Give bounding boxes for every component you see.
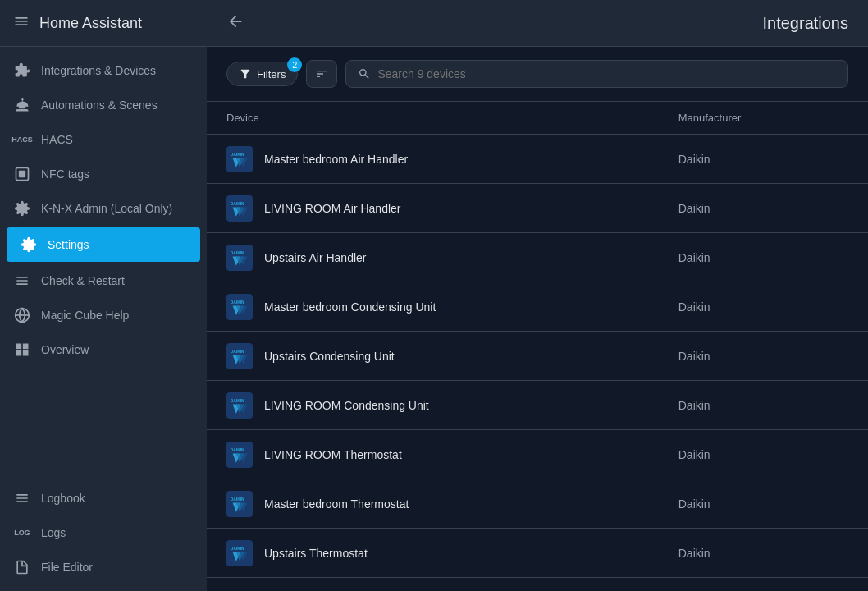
filter-badge: 2 bbox=[287, 57, 302, 72]
device-cell: DAIKIN LIVING ROOM Air Handler bbox=[207, 184, 659, 233]
table-row[interactable]: DAIKIN Master bedroom Air Handler Daikin bbox=[207, 135, 868, 184]
device-icon: DAIKIN bbox=[226, 392, 253, 419]
sidebar-item-check-restart[interactable]: Check & Restart bbox=[0, 263, 207, 298]
device-name: Upstairs Condensing Unit bbox=[264, 350, 395, 363]
app-title: Home Assistant bbox=[39, 15, 142, 32]
main-content: Integrations Filters 2 Device Manufactur… bbox=[207, 0, 868, 591]
sidebar-item-overview[interactable]: Overview bbox=[0, 332, 207, 367]
sidebar-item-label: Logs bbox=[41, 526, 66, 539]
search-input[interactable] bbox=[377, 67, 836, 80]
sidebar-item-label: Automations & Scenes bbox=[41, 98, 158, 112]
table-row[interactable]: DAIKIN LIVING ROOM Air Handler Daikin bbox=[207, 184, 868, 233]
filter-button[interactable]: Filters 2 bbox=[226, 62, 298, 86]
device-icon: DAIKIN bbox=[226, 294, 253, 320]
table-row[interactable]: DAIKIN Upstairs Condensing Unit Daikin bbox=[207, 332, 868, 381]
device-cell: DAIKIN Upstairs Air Handler bbox=[207, 233, 659, 282]
sidebar-item-label: Logbook bbox=[41, 492, 85, 505]
sidebar-item-magic-cube[interactable]: Magic Cube Help bbox=[0, 298, 207, 332]
device-cell: DAIKIN Upstairs Thermostat bbox=[207, 529, 659, 578]
sidebar-item-logs[interactable]: LOG Logs bbox=[0, 515, 207, 550]
sidebar-item-label: File Editor bbox=[41, 561, 93, 574]
manufacturer-cell: Daikin bbox=[659, 135, 868, 184]
table-row[interactable]: DAIKIN Master bedroom Thermostat Daikin bbox=[207, 479, 868, 529]
sidebar-item-hacs[interactable]: HACS HACS bbox=[0, 122, 207, 157]
devices-table-container: Device Manufacturer DAIKIN Master bedroo… bbox=[207, 102, 868, 591]
sidebar-item-file-editor[interactable]: File Editor bbox=[0, 550, 207, 584]
sidebar-header: Home Assistant bbox=[0, 0, 207, 47]
sidebar-item-nfc[interactable]: NFC tags bbox=[0, 157, 207, 191]
device-icon: DAIKIN bbox=[226, 245, 253, 271]
svg-rect-9 bbox=[23, 350, 29, 356]
svg-text:DAIKIN: DAIKIN bbox=[231, 250, 244, 254]
device-name: LIVING ROOM Thermostat bbox=[264, 448, 402, 461]
table-body: DAIKIN Master bedroom Air Handler Daikin… bbox=[207, 135, 868, 578]
sidebar-item-label: Settings bbox=[48, 238, 89, 251]
svg-text:DAIKIN: DAIKIN bbox=[231, 497, 244, 501]
device-name: Master bedroom Thermostat bbox=[264, 497, 409, 511]
device-name: Upstairs Thermostat bbox=[264, 547, 368, 560]
devices-table: Device Manufacturer DAIKIN Master bedroo… bbox=[207, 102, 868, 578]
svg-rect-8 bbox=[16, 350, 22, 356]
device-icon: DAIKIN bbox=[226, 540, 253, 566]
device-name: LIVING ROOM Condensing Unit bbox=[264, 399, 429, 412]
overview-icon bbox=[13, 341, 31, 359]
svg-text:DAIKIN: DAIKIN bbox=[231, 300, 244, 304]
device-cell: DAIKIN LIVING ROOM Thermostat bbox=[207, 430, 659, 479]
manufacturer-cell: Daikin bbox=[659, 381, 868, 430]
svg-text:DAIKIN: DAIKIN bbox=[231, 546, 244, 550]
device-icon: DAIKIN bbox=[226, 491, 253, 517]
logbook-icon bbox=[13, 489, 31, 507]
sidebar-item-knx[interactable]: K-N-X Admin (Local Only) bbox=[0, 191, 207, 226]
manufacturer-cell: Daikin bbox=[659, 529, 868, 578]
robot-icon bbox=[13, 96, 31, 114]
device-name: Master bedroom Air Handler bbox=[264, 153, 408, 166]
sidebar-item-label: Magic Cube Help bbox=[41, 309, 129, 322]
sidebar-item-label: Integrations & Devices bbox=[41, 64, 156, 77]
hacs-icon: HACS bbox=[13, 131, 31, 149]
device-icon: DAIKIN bbox=[226, 146, 253, 172]
filter-label: Filters bbox=[257, 68, 286, 80]
sidebar-item-automations[interactable]: Automations & Scenes bbox=[0, 88, 207, 122]
search-icon bbox=[358, 67, 371, 80]
sidebar-item-label: Overview bbox=[41, 343, 89, 356]
sidebar-item-settings[interactable]: Settings bbox=[7, 227, 200, 262]
table-row[interactable]: DAIKIN Upstairs Thermostat Daikin bbox=[207, 529, 868, 578]
menu-icon[interactable] bbox=[13, 13, 30, 34]
device-cell: DAIKIN Master bedroom Thermostat bbox=[207, 479, 659, 529]
main-header: Integrations bbox=[207, 0, 868, 47]
manufacturer-cell: Daikin bbox=[659, 282, 868, 332]
table-row[interactable]: DAIKIN Master bedroom Condensing Unit Da… bbox=[207, 282, 868, 332]
table-header-row: Device Manufacturer bbox=[207, 102, 868, 135]
device-column-header: Device bbox=[207, 102, 659, 135]
manufacturer-column-header: Manufacturer bbox=[659, 102, 868, 135]
sidebar-nav: Integrations & Devices Automations & Sce… bbox=[0, 47, 207, 474]
sidebar-bottom: Logbook LOG Logs File Editor bbox=[0, 474, 207, 591]
svg-text:DAIKIN: DAIKIN bbox=[231, 201, 244, 205]
globe-icon bbox=[13, 306, 31, 324]
device-cell: DAIKIN Upstairs Condensing Unit bbox=[207, 332, 659, 381]
table-row[interactable]: DAIKIN LIVING ROOM Condensing Unit Daiki… bbox=[207, 381, 868, 430]
manufacturer-cell: Daikin bbox=[659, 184, 868, 233]
logs-icon: LOG bbox=[13, 524, 31, 542]
device-name: LIVING ROOM Air Handler bbox=[264, 202, 401, 215]
table-row[interactable]: DAIKIN LIVING ROOM Thermostat Daikin bbox=[207, 430, 868, 479]
sort-button[interactable] bbox=[306, 60, 337, 88]
device-icon: DAIKIN bbox=[226, 343, 253, 369]
table-row[interactable]: DAIKIN Upstairs Air Handler Daikin bbox=[207, 233, 868, 282]
back-button[interactable] bbox=[226, 12, 244, 34]
sidebar-item-logbook[interactable]: Logbook bbox=[0, 481, 207, 515]
svg-text:DAIKIN: DAIKIN bbox=[231, 398, 244, 402]
settings-icon bbox=[20, 236, 38, 254]
manufacturer-cell: Daikin bbox=[659, 233, 868, 282]
manufacturer-cell: Daikin bbox=[659, 430, 868, 479]
device-cell: DAIKIN Master bedroom Condensing Unit bbox=[207, 282, 659, 332]
file-editor-icon bbox=[13, 558, 31, 576]
svg-rect-7 bbox=[23, 344, 29, 350]
puzzle-icon bbox=[13, 62, 31, 80]
manufacturer-cell: Daikin bbox=[659, 332, 868, 381]
check-restart-icon bbox=[13, 272, 31, 290]
device-icon: DAIKIN bbox=[226, 442, 253, 468]
sidebar-item-label: HACS bbox=[41, 133, 73, 146]
device-cell: DAIKIN LIVING ROOM Condensing Unit bbox=[207, 381, 659, 430]
sidebar-item-integrations[interactable]: Integrations & Devices bbox=[0, 53, 207, 88]
